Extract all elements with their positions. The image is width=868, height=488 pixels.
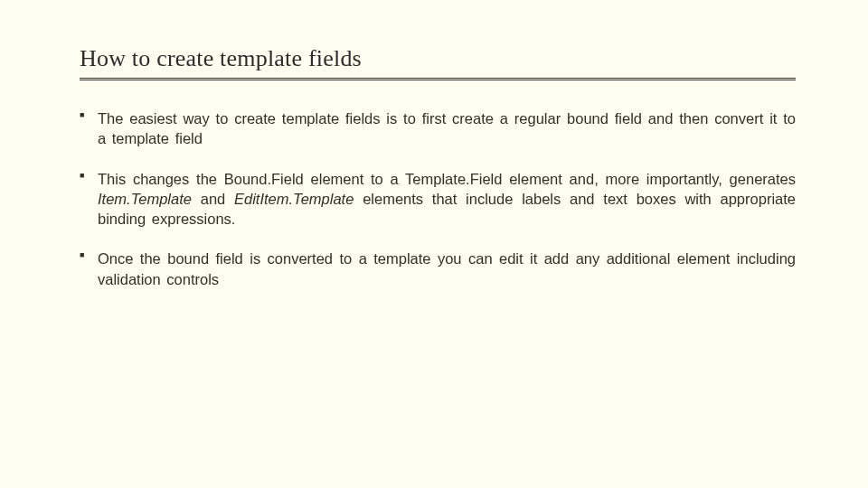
bullet-text: Once the bound field is converted to a t… (98, 250, 796, 286)
bullet-text-pre: This changes the Bound.Field element to … (98, 171, 796, 187)
slide: How to create template fields The easies… (0, 0, 868, 488)
bullet-text-mid: and (192, 191, 234, 207)
slide-title: How to create template fields (80, 45, 796, 72)
italic-term: Item.Template (98, 191, 192, 207)
bullet-text: The easiest way to create template field… (98, 110, 796, 146)
italic-term: EditItem.Template (234, 191, 354, 207)
bullet-list: The easiest way to create template field… (80, 108, 796, 289)
bullet-item: Once the bound field is converted to a t… (80, 249, 796, 289)
bullet-item: This changes the Bound.Field element to … (80, 169, 796, 230)
bullet-item: The easiest way to create template field… (80, 108, 796, 149)
title-underline (80, 78, 796, 83)
